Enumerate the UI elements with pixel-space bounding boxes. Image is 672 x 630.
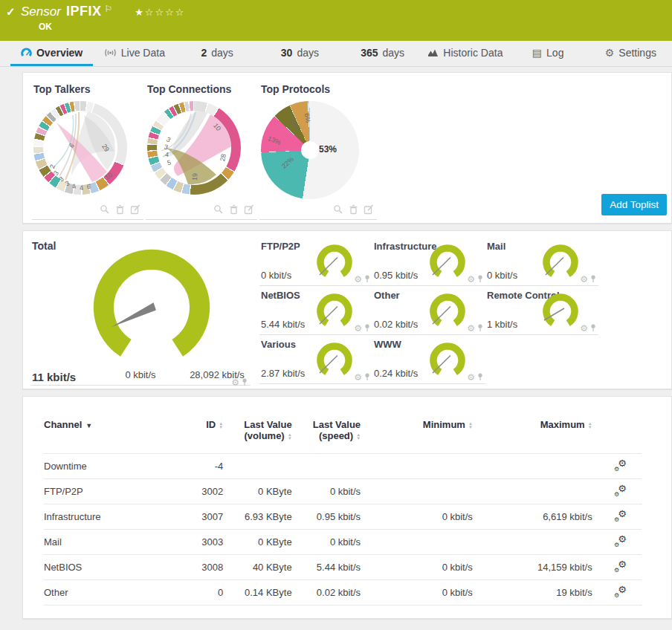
gauge-cell-various: Various 2.87 kbit/s ⚙	[259, 335, 372, 384]
gauge-cell-empty	[485, 335, 598, 384]
gear-icon[interactable]: ⚙	[467, 276, 475, 283]
chart-value-label: 3	[164, 143, 169, 152]
zoom-settings-icon[interactable]	[333, 204, 343, 215]
tab-settings[interactable]: ⚙ Settings	[589, 41, 672, 66]
channel-gauge	[429, 342, 466, 379]
channel-settings-icon[interactable]: ⚙⚙	[615, 460, 627, 470]
toplist-title: Top Protocols	[261, 83, 377, 95]
trash-icon[interactable]	[349, 204, 358, 215]
pin-icon[interactable]	[242, 378, 248, 386]
column-header-last-value-volume[interactable]: Last Value(volume)▲▼	[223, 416, 291, 454]
table-row: FTP/P2P 3002 0 KByte 0 kbit/s ⚙⚙	[44, 479, 642, 504]
edit-icon[interactable]	[364, 204, 374, 215]
top-protocols-pie-chart[interactable]: 53%22%13%6%6%	[261, 101, 359, 199]
trash-icon[interactable]	[115, 204, 125, 215]
tab-365-days[interactable]: 365 days	[341, 41, 424, 66]
chart-value-label: 6	[86, 183, 91, 191]
gear-icon[interactable]: ⚙	[354, 374, 362, 381]
pin-icon[interactable]	[364, 373, 370, 381]
gauge-label: Total	[32, 240, 56, 252]
channel-name: Mail	[44, 530, 175, 555]
table-row: Other 0 0.14 KByte 0.02 kbit/s 0 kbit/s …	[44, 580, 642, 605]
star-rating[interactable]: ★☆☆☆☆	[135, 7, 185, 18]
toplist-top-protocols: Top Protocols 53%22%13%6%6%	[259, 82, 377, 220]
live-data-icon	[104, 48, 117, 57]
pin-icon[interactable]	[364, 324, 370, 332]
gear-icon[interactable]: ⚙	[580, 276, 588, 283]
gauge-value: 11 kbit/s	[32, 371, 76, 383]
gauge-cell-mail: Mail 0 kbit/s ⚙	[485, 237, 598, 286]
edit-icon[interactable]	[130, 204, 140, 215]
tab-overview[interactable]: Overview	[10, 41, 93, 66]
sort-icon: ▲▼	[468, 422, 473, 429]
gauge-cell-infrastructure: Infrastructure 0.95 kbit/s ⚙	[372, 237, 485, 286]
column-header-id[interactable]: ID▲▼	[175, 416, 223, 454]
sort-icon: ▲▼	[588, 422, 592, 429]
gauge-min-label: 0 kbit/s	[111, 369, 170, 380]
chart-value-label: 28	[219, 153, 227, 162]
gear-icon[interactable]: ⚙	[467, 374, 475, 381]
channel-table: Channel▼ ID▲▼ Last Value(volume)▲▼ Last …	[44, 416, 642, 605]
channel-settings-icon[interactable]: ⚙⚙	[615, 561, 627, 571]
pin-icon[interactable]	[477, 373, 483, 381]
log-icon: ▤	[532, 47, 542, 59]
pin-icon[interactable]	[477, 275, 483, 283]
gear-icon[interactable]: ⚙	[231, 379, 239, 386]
gear-icon[interactable]: ⚙	[467, 325, 475, 332]
column-header-minimum[interactable]: Minimum▲▼	[361, 416, 473, 454]
add-toplist-button[interactable]: Add Toplist	[601, 194, 667, 215]
chart-value-label: 13%	[267, 134, 282, 146]
tab-bar: Overview Live Data 2 days 30 days 365 da…	[0, 41, 672, 67]
toplist-title: Top Connections	[147, 83, 257, 95]
trash-icon[interactable]	[229, 204, 239, 215]
table-row: Mail 3003 0 KByte 0 kbit/s ⚙⚙	[44, 530, 642, 555]
sort-desc-icon: ▼	[85, 422, 92, 429]
chart-value-label: 10	[103, 171, 114, 181]
column-header-maximum[interactable]: Maximum▲▼	[473, 416, 592, 454]
channel-settings-icon[interactable]: ⚙⚙	[615, 586, 627, 597]
toplist-title: Top Talkers	[33, 83, 143, 95]
chart-value-label: 6%	[289, 118, 301, 130]
channel-gauge	[316, 342, 353, 379]
area-chart-icon	[427, 48, 439, 57]
chart-value-label: 22%	[280, 155, 295, 169]
pin-icon[interactable]	[590, 324, 596, 332]
channel-settings-icon[interactable]: ⚙⚙	[615, 510, 627, 521]
channel-table-panel: Channel▼ ID▲▼ Last Value(volume)▲▼ Last …	[22, 396, 672, 619]
gauge-needle	[112, 302, 156, 327]
toplists-panel: Top Talkers 629102333446 To	[22, 72, 672, 224]
flag-icon[interactable]: ⚐	[104, 4, 112, 14]
channel-gauge	[316, 293, 353, 330]
sort-icon: ▲▼	[219, 422, 223, 429]
edit-icon[interactable]	[244, 204, 254, 215]
gear-icon[interactable]: ⚙	[580, 325, 588, 332]
gauge-cell-netbios: NetBIOS 5.44 kbit/s ⚙	[259, 286, 372, 335]
channel-settings-icon[interactable]: ⚙⚙	[615, 485, 627, 496]
tab-2-days[interactable]: 2 days	[176, 41, 259, 66]
column-header-channel[interactable]: Channel▼	[44, 416, 175, 454]
gear-icon[interactable]: ⚙	[354, 325, 362, 332]
zoom-settings-icon[interactable]	[100, 204, 110, 215]
channel-name: Infrastructure	[44, 504, 175, 530]
top-connections-chord-chart[interactable]: 1028193345	[147, 101, 241, 195]
page-body: Top Talkers 629102333446 To	[0, 67, 672, 619]
gear-icon[interactable]: ⚙	[354, 276, 362, 283]
channel-name: FTP/P2P	[44, 479, 175, 504]
top-talkers-chord-chart[interactable]: 629102333446	[33, 101, 127, 195]
channel-name: Downtime	[44, 454, 175, 479]
gauge-cell-remote-control: Remote Control 1 kbit/s ⚙	[485, 286, 598, 335]
tab-30-days[interactable]: 30 days	[259, 41, 341, 66]
tab-historic-data[interactable]: Historic Data	[424, 41, 506, 66]
chart-value-label: 2	[48, 163, 56, 169]
pin-icon[interactable]	[364, 275, 370, 283]
column-header-last-value-speed[interactable]: Last Value(speed)▲▼	[292, 416, 361, 454]
gauges-panel: Total 0 kbit/s 28,092 kbit/s 11 kbit/s ⚙…	[22, 230, 672, 389]
channel-gauge	[429, 293, 466, 330]
channel-settings-icon[interactable]: ⚙⚙	[615, 536, 627, 546]
total-gauge-cell: Total 0 kbit/s 28,092 kbit/s 11 kbit/s ⚙	[30, 237, 251, 386]
pin-icon[interactable]	[590, 275, 596, 283]
tab-log[interactable]: ▤ Log	[507, 41, 589, 66]
tab-live-data[interactable]: Live Data	[93, 41, 175, 66]
pin-icon[interactable]	[477, 324, 483, 332]
zoom-settings-icon[interactable]	[213, 204, 224, 215]
